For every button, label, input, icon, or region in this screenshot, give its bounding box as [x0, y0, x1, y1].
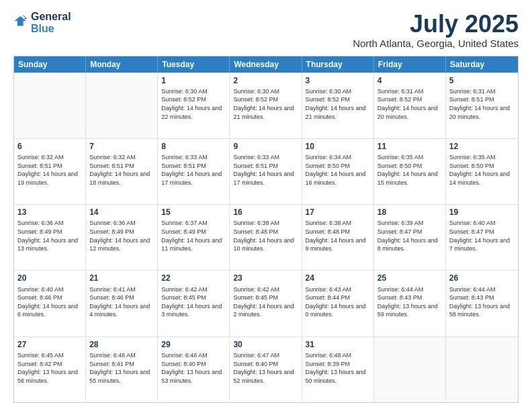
cell-info: Sunrise: 6:42 AM Sunset: 8:45 PM Dayligh…: [233, 285, 298, 319]
calendar-cell: 10Sunrise: 6:34 AM Sunset: 8:50 PM Dayli…: [302, 139, 374, 204]
cell-info: Sunrise: 6:39 AM Sunset: 8:47 PM Dayligh…: [378, 219, 442, 253]
cell-info: Sunrise: 6:41 AM Sunset: 8:46 PM Dayligh…: [89, 285, 154, 319]
cell-info: Sunrise: 6:44 AM Sunset: 8:43 PM Dayligh…: [378, 285, 442, 319]
day-number: 6: [17, 141, 82, 152]
calendar-cell: [374, 337, 446, 402]
day-number: 24: [306, 273, 370, 283]
calendar-row-4: 20Sunrise: 6:40 AM Sunset: 8:46 PM Dayli…: [14, 270, 518, 336]
cell-info: Sunrise: 6:35 AM Sunset: 8:50 PM Dayligh…: [449, 153, 515, 187]
day-number: 10: [306, 141, 370, 152]
calendar-cell: 4Sunrise: 6:31 AM Sunset: 8:52 PM Daylig…: [374, 73, 446, 138]
cell-info: Sunrise: 6:36 AM Sunset: 8:49 PM Dayligh…: [17, 219, 82, 253]
cell-info: Sunrise: 6:40 AM Sunset: 8:46 PM Dayligh…: [17, 285, 82, 319]
calendar-cell: 17Sunrise: 6:38 AM Sunset: 8:48 PM Dayli…: [302, 205, 374, 270]
logo-blue: Blue: [31, 23, 71, 35]
cell-info: Sunrise: 6:45 AM Sunset: 8:42 PM Dayligh…: [17, 351, 82, 385]
day-number: 2: [233, 75, 298, 86]
day-number: 7: [89, 141, 154, 152]
cell-info: Sunrise: 6:42 AM Sunset: 8:45 PM Dayligh…: [161, 285, 226, 319]
calendar-cell: 6Sunrise: 6:32 AM Sunset: 8:51 PM Daylig…: [14, 139, 86, 204]
calendar-row-1: 1Sunrise: 6:30 AM Sunset: 8:52 PM Daylig…: [14, 73, 518, 138]
svg-marker-0: [14, 16, 26, 26]
cell-info: Sunrise: 6:38 AM Sunset: 8:48 PM Dayligh…: [306, 219, 370, 253]
day-number: 11: [378, 141, 442, 152]
cell-info: Sunrise: 6:48 AM Sunset: 8:39 PM Dayligh…: [306, 351, 370, 385]
day-number: 3: [306, 75, 370, 86]
calendar-cell: 30Sunrise: 6:47 AM Sunset: 8:40 PM Dayli…: [230, 337, 302, 402]
page: General Blue July 2025 North Atlanta, Ge…: [0, 0, 532, 411]
cell-info: Sunrise: 6:44 AM Sunset: 8:43 PM Dayligh…: [449, 285, 515, 319]
day-number: 1: [161, 75, 226, 86]
day-number: 18: [378, 207, 442, 218]
calendar-cell: 22Sunrise: 6:42 AM Sunset: 8:45 PM Dayli…: [158, 271, 230, 336]
calendar-row-5: 27Sunrise: 6:45 AM Sunset: 8:42 PM Dayli…: [14, 336, 518, 402]
calendar-cell: 12Sunrise: 6:35 AM Sunset: 8:50 PM Dayli…: [446, 139, 518, 204]
header-day-friday: Friday: [374, 56, 446, 73]
cell-info: Sunrise: 6:40 AM Sunset: 8:47 PM Dayligh…: [449, 219, 515, 253]
cell-info: Sunrise: 6:38 AM Sunset: 8:48 PM Dayligh…: [233, 219, 298, 253]
calendar-cell: [14, 73, 86, 138]
day-number: 16: [233, 207, 298, 218]
cell-info: Sunrise: 6:33 AM Sunset: 8:51 PM Dayligh…: [161, 153, 226, 187]
logo-icon: [13, 14, 28, 29]
cell-info: Sunrise: 6:46 AM Sunset: 8:41 PM Dayligh…: [89, 351, 154, 385]
calendar-cell: 18Sunrise: 6:39 AM Sunset: 8:47 PM Dayli…: [374, 205, 446, 270]
day-number: 23: [233, 273, 298, 283]
calendar-cell: [446, 337, 518, 402]
cell-info: Sunrise: 6:36 AM Sunset: 8:49 PM Dayligh…: [89, 219, 154, 253]
header-day-sunday: Sunday: [14, 56, 86, 73]
calendar-row-2: 6Sunrise: 6:32 AM Sunset: 8:51 PM Daylig…: [14, 138, 518, 204]
calendar-header: SundayMondayTuesdayWednesdayThursdayFrid…: [14, 56, 518, 73]
calendar-cell: 5Sunrise: 6:31 AM Sunset: 8:51 PM Daylig…: [446, 73, 518, 138]
cell-info: Sunrise: 6:37 AM Sunset: 8:49 PM Dayligh…: [161, 219, 226, 253]
day-number: 20: [17, 273, 82, 283]
calendar-cell: 31Sunrise: 6:48 AM Sunset: 8:39 PM Dayli…: [302, 337, 374, 402]
header-day-tuesday: Tuesday: [158, 56, 230, 73]
header-day-saturday: Saturday: [446, 56, 518, 73]
day-number: 29: [161, 339, 226, 350]
day-number: 28: [89, 339, 154, 350]
cell-info: Sunrise: 6:34 AM Sunset: 8:50 PM Dayligh…: [306, 153, 370, 187]
day-number: 22: [161, 273, 226, 283]
calendar-cell: 8Sunrise: 6:33 AM Sunset: 8:51 PM Daylig…: [158, 139, 230, 204]
day-number: 19: [449, 207, 515, 218]
calendar-cell: 9Sunrise: 6:33 AM Sunset: 8:51 PM Daylig…: [230, 139, 302, 204]
cell-info: Sunrise: 6:31 AM Sunset: 8:52 PM Dayligh…: [378, 87, 442, 121]
calendar-cell: 1Sunrise: 6:30 AM Sunset: 8:52 PM Daylig…: [158, 73, 230, 138]
title-area: July 2025 North Atlanta, Georgia, United…: [353, 11, 519, 49]
cell-info: Sunrise: 6:32 AM Sunset: 8:51 PM Dayligh…: [17, 153, 82, 187]
calendar-cell: 24Sunrise: 6:43 AM Sunset: 8:44 PM Dayli…: [302, 271, 374, 336]
cell-info: Sunrise: 6:33 AM Sunset: 8:51 PM Dayligh…: [233, 153, 298, 187]
calendar-row-3: 13Sunrise: 6:36 AM Sunset: 8:49 PM Dayli…: [14, 204, 518, 270]
header-day-thursday: Thursday: [302, 56, 374, 73]
logo-general: General: [31, 11, 71, 23]
calendar-cell: 15Sunrise: 6:37 AM Sunset: 8:49 PM Dayli…: [158, 205, 230, 270]
day-number: 4: [378, 75, 442, 86]
calendar-cell: 13Sunrise: 6:36 AM Sunset: 8:49 PM Dayli…: [14, 205, 86, 270]
day-number: 31: [306, 339, 370, 350]
calendar-cell: 23Sunrise: 6:42 AM Sunset: 8:45 PM Dayli…: [230, 271, 302, 336]
cell-info: Sunrise: 6:30 AM Sunset: 8:52 PM Dayligh…: [161, 87, 226, 121]
day-number: 15: [161, 207, 226, 218]
calendar-cell: 3Sunrise: 6:30 AM Sunset: 8:52 PM Daylig…: [302, 73, 374, 138]
calendar-cell: 26Sunrise: 6:44 AM Sunset: 8:43 PM Dayli…: [446, 271, 518, 336]
calendar-cell: 25Sunrise: 6:44 AM Sunset: 8:43 PM Dayli…: [374, 271, 446, 336]
calendar-cell: 2Sunrise: 6:30 AM Sunset: 8:52 PM Daylig…: [230, 73, 302, 138]
cell-info: Sunrise: 6:30 AM Sunset: 8:52 PM Dayligh…: [306, 87, 370, 121]
location-title: North Atlanta, Georgia, United States: [353, 38, 519, 49]
calendar-cell: 19Sunrise: 6:40 AM Sunset: 8:47 PM Dayli…: [446, 205, 518, 270]
day-number: 8: [161, 141, 226, 152]
day-number: 27: [17, 339, 82, 350]
day-number: 14: [89, 207, 154, 218]
calendar-cell: 7Sunrise: 6:32 AM Sunset: 8:51 PM Daylig…: [86, 139, 158, 204]
calendar-body: 1Sunrise: 6:30 AM Sunset: 8:52 PM Daylig…: [14, 73, 518, 402]
day-number: 21: [89, 273, 154, 283]
calendar-cell: 11Sunrise: 6:35 AM Sunset: 8:50 PM Dayli…: [374, 139, 446, 204]
calendar-cell: [86, 73, 158, 138]
calendar-cell: 29Sunrise: 6:46 AM Sunset: 8:40 PM Dayli…: [158, 337, 230, 402]
day-number: 9: [233, 141, 298, 152]
header-day-monday: Monday: [86, 56, 158, 73]
calendar-cell: 20Sunrise: 6:40 AM Sunset: 8:46 PM Dayli…: [14, 271, 86, 336]
day-number: 30: [233, 339, 298, 350]
day-number: 5: [449, 75, 515, 86]
